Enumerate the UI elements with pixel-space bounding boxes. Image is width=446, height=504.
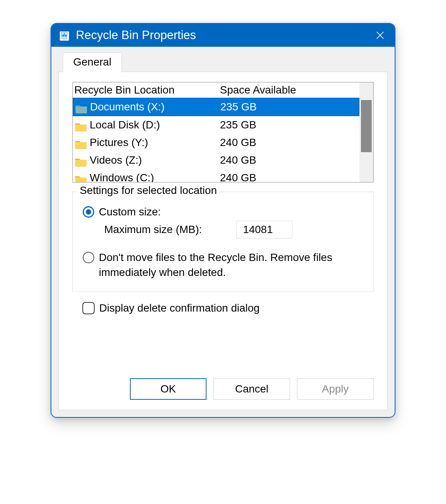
cancel-button[interactable]: Cancel bbox=[213, 378, 290, 400]
titlebar[interactable]: Recycle Bin Properties bbox=[51, 24, 395, 47]
row-space: 240 GB bbox=[220, 170, 359, 182]
table-row[interactable]: Documents (X:)235 GB bbox=[73, 98, 359, 116]
ok-button[interactable]: OK bbox=[130, 378, 207, 400]
folder-icon bbox=[74, 155, 87, 165]
table-row[interactable]: Windows (C:)240 GB bbox=[73, 169, 359, 182]
folder-icon bbox=[75, 102, 88, 112]
row-space: 240 GB bbox=[220, 152, 359, 168]
table-row[interactable]: Pictures (Y:)240 GB bbox=[73, 134, 359, 151]
checkbox-display-confirmation[interactable] bbox=[82, 302, 95, 314]
column-header-space[interactable]: Space Available bbox=[220, 84, 359, 96]
settings-groupbox: Settings for selected location Custom si… bbox=[72, 192, 374, 292]
row-location: Videos (Z:) bbox=[90, 152, 142, 168]
scrollbar-thumb[interactable] bbox=[361, 100, 372, 152]
tabstrip: General bbox=[58, 47, 388, 72]
tab-panel-general: Recycle Bin Location Space Available Doc… bbox=[58, 72, 388, 410]
folder-icon bbox=[74, 138, 87, 148]
display-confirmation-label: Display delete confirmation dialog bbox=[99, 302, 260, 314]
folder-icon bbox=[74, 120, 87, 130]
listview-header: Recycle Bin Location Space Available bbox=[73, 82, 359, 98]
recycle-bin-icon bbox=[58, 29, 71, 41]
folder-icon bbox=[74, 173, 87, 182]
dont-move-label: Don't move files to the Recycle Bin. Rem… bbox=[99, 250, 363, 280]
groupbox-legend: Settings for selected location bbox=[77, 184, 220, 197]
row-location: Windows (C:) bbox=[90, 170, 154, 182]
location-listview: Recycle Bin Location Space Available Doc… bbox=[72, 82, 374, 182]
close-button[interactable] bbox=[372, 28, 388, 43]
row-space: 240 GB bbox=[220, 135, 359, 151]
max-size-input[interactable] bbox=[236, 221, 292, 238]
row-location: Documents (X:) bbox=[90, 99, 165, 115]
custom-size-label: Custom size: bbox=[99, 204, 363, 219]
table-row[interactable]: Videos (Z:)240 GB bbox=[73, 151, 359, 169]
radio-dont-move[interactable] bbox=[83, 252, 94, 263]
dialog-body: General Recycle Bin Location Space Avail… bbox=[51, 47, 395, 417]
dialog-button-row: OK Cancel Apply bbox=[72, 363, 374, 400]
row-location: Pictures (Y:) bbox=[90, 135, 148, 151]
max-size-label: Maximum size (MB): bbox=[104, 223, 202, 236]
column-header-location[interactable]: Recycle Bin Location bbox=[74, 84, 220, 96]
row-space: 235 GB bbox=[220, 117, 359, 133]
recycle-bin-properties-dialog: Recycle Bin Properties General Recycle B… bbox=[51, 23, 395, 418]
row-space: 235 GB bbox=[220, 99, 359, 115]
table-row[interactable]: Local Disk (D:)235 GB bbox=[73, 116, 359, 134]
window-title: Recycle Bin Properties bbox=[76, 28, 372, 42]
row-location: Local Disk (D:) bbox=[90, 117, 160, 133]
apply-button[interactable]: Apply bbox=[297, 378, 374, 400]
scrollbar[interactable] bbox=[359, 82, 373, 182]
tab-general[interactable]: General bbox=[63, 53, 122, 72]
radio-custom-size[interactable] bbox=[83, 206, 94, 218]
